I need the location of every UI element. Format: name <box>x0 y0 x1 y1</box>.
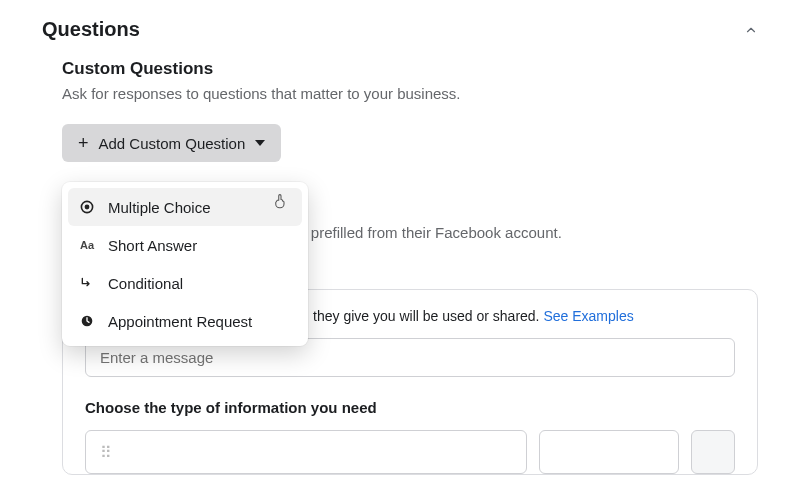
custom-questions-title: Custom Questions <box>62 59 758 79</box>
chevron-up-icon[interactable] <box>744 23 758 37</box>
choose-info-type-label: Choose the type of information you need <box>85 399 735 416</box>
dropdown-item-label: Conditional <box>108 275 183 292</box>
question-type-dropdown: Multiple Choice Aa Short Answer Conditio… <box>62 182 308 346</box>
icon-action-button[interactable] <box>691 430 735 474</box>
svg-point-1 <box>85 205 90 210</box>
custom-questions-desc: Ask for responses to questions that matt… <box>62 85 758 102</box>
dropdown-item-appointment-request[interactable]: Appointment Request <box>68 302 302 340</box>
drag-handle-icon[interactable]: ⠿ <box>100 443 114 462</box>
dropdown-item-multiple-choice[interactable]: Multiple Choice <box>68 188 302 226</box>
plus-icon: + <box>78 134 89 152</box>
secondary-field-button[interactable] <box>539 430 679 474</box>
cursor-hand-icon <box>272 192 290 210</box>
dropdown-item-short-answer[interactable]: Aa Short Answer <box>68 226 302 264</box>
branch-arrow-icon <box>78 274 96 292</box>
see-examples-link[interactable]: See Examples <box>543 308 633 324</box>
dropdown-item-label: Multiple Choice <box>108 199 211 216</box>
text-aa-icon: Aa <box>78 236 96 254</box>
section-title: Questions <box>42 18 140 41</box>
add-custom-question-label: Add Custom Question <box>99 135 246 152</box>
dropdown-item-conditional[interactable]: Conditional <box>68 264 302 302</box>
info-type-field[interactable]: ⠿ <box>85 430 527 474</box>
radio-icon <box>78 198 96 216</box>
dropdown-item-label: Short Answer <box>108 237 197 254</box>
add-custom-question-button[interactable]: + Add Custom Question <box>62 124 281 162</box>
chevron-down-icon <box>255 140 265 146</box>
dropdown-item-label: Appointment Request <box>108 313 252 330</box>
clock-icon <box>78 312 96 330</box>
